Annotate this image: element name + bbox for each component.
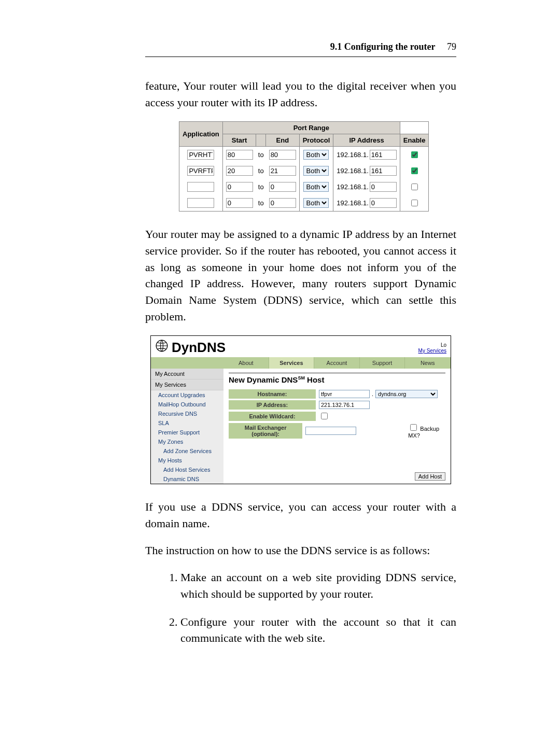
paragraph-1: feature, Your router will lead you to th… (145, 78, 456, 111)
ip-label: IP Address: (229, 400, 316, 410)
tab-about[interactable]: About (223, 357, 269, 369)
sidebar-item[interactable]: Add Host Services (151, 465, 223, 474)
protocol-select[interactable]: Both (303, 182, 329, 192)
port-row: toBoth192.168.1. (179, 163, 429, 179)
sidebar-item[interactable]: Add Zone Services (151, 446, 223, 456)
sidebar-header-account[interactable]: My Account (151, 369, 223, 379)
backup-mx-checkbox[interactable] (410, 424, 417, 431)
header-rule (145, 57, 456, 57)
mx-label: Mail Exchanger (optional): (229, 423, 302, 439)
sidebar-item[interactable]: Account Upgrades (151, 390, 223, 400)
step-item: Make an account on a web site providing … (180, 569, 456, 602)
step-item: Configure your router with the account s… (180, 614, 456, 647)
paragraph-4: The instruction on how to use the DDNS s… (145, 542, 456, 559)
page-number: 79 (447, 41, 456, 52)
end-port-input[interactable] (269, 166, 296, 176)
col-port-range-group: Port Range (222, 121, 400, 134)
sidebar-item[interactable]: My Hosts (151, 456, 223, 465)
domain-select[interactable]: dyndns.org (375, 390, 438, 398)
col-start: Start (222, 134, 256, 146)
mx-input[interactable] (305, 427, 356, 435)
end-port-input[interactable] (269, 198, 296, 208)
dyndns-figure: DynDNS Lo My Services AboutServicesAccou… (150, 335, 451, 484)
dyndns-page-title: New Dynamic DNSSM Host (229, 375, 445, 384)
running-header: 9.1 Configuring the router 79 (145, 41, 456, 52)
protocol-select[interactable]: Both (303, 198, 329, 208)
paragraph-2: Your router may be assigned to a dynamic… (145, 226, 456, 325)
protocol-select[interactable]: Both (303, 150, 329, 160)
end-port-input[interactable] (269, 150, 296, 160)
tab-account[interactable]: Account (314, 357, 360, 369)
tab-news[interactable]: News (405, 357, 451, 369)
col-protocol: Protocol (299, 134, 333, 146)
port-row: toBoth192.168.1. (179, 179, 429, 195)
application-input[interactable] (187, 150, 214, 160)
enable-checkbox[interactable] (411, 167, 418, 174)
col-application: Application (179, 121, 223, 146)
my-services-link[interactable]: My Services (418, 348, 446, 354)
to-label: to (256, 146, 266, 163)
to-label: to (256, 179, 266, 195)
ddns-steps: Make an account on a web site providing … (166, 569, 456, 647)
port-range-figure: Application Port Range Start End Protoco… (179, 121, 423, 212)
application-input[interactable] (187, 182, 214, 192)
sidebar-item[interactable]: MailHop Outbound (151, 400, 223, 409)
start-port-input[interactable] (226, 198, 253, 208)
hostname-input[interactable] (319, 390, 370, 398)
enable-checkbox[interactable] (411, 151, 418, 158)
to-label: to (256, 195, 266, 212)
enable-checkbox[interactable] (411, 200, 418, 206)
ip-prefix: 192.168.1. (337, 199, 368, 207)
start-port-input[interactable] (226, 166, 253, 176)
ip-suffix-input[interactable] (370, 166, 397, 176)
sidebar-item[interactable]: My Zones (151, 437, 223, 446)
ip-suffix-input[interactable] (370, 182, 397, 192)
ip-prefix: 192.168.1. (337, 167, 368, 175)
sidebar-header-services[interactable]: My Services (151, 379, 223, 390)
ip-prefix: 192.168.1. (337, 183, 368, 191)
start-port-input[interactable] (226, 150, 253, 160)
application-input[interactable] (187, 166, 214, 176)
end-port-input[interactable] (269, 182, 296, 192)
globe-icon (155, 339, 169, 356)
to-label: to (256, 163, 266, 179)
enable-checkbox[interactable] (411, 184, 418, 190)
application-input[interactable] (187, 198, 214, 208)
port-row: toBoth192.168.1. (179, 195, 429, 212)
dyndns-top-links: Lo My Services (418, 342, 446, 354)
sidebar-item[interactable]: Dynamic DNS (151, 474, 223, 484)
start-port-input[interactable] (226, 182, 253, 192)
protocol-select[interactable]: Both (303, 166, 329, 176)
wildcard-label: Enable Wildcard: (229, 412, 316, 421)
ip-input[interactable] (319, 401, 370, 409)
wildcard-checkbox[interactable] (321, 413, 328, 419)
col-enable: Enable (400, 134, 429, 146)
hostname-label: Hostname: (229, 389, 316, 399)
ip-prefix: 192.168.1. (337, 151, 368, 159)
add-host-button[interactable]: Add Host (415, 472, 445, 481)
dyndns-logo-text: DynDNS (172, 340, 226, 356)
col-end: End (266, 134, 300, 146)
port-row: toBoth192.168.1. (179, 146, 429, 163)
col-ip: IP Address (333, 134, 400, 146)
section-title: 9.1 Configuring the router (330, 41, 436, 52)
dyndns-logo: DynDNS (155, 339, 226, 356)
ip-suffix-input[interactable] (370, 150, 397, 160)
tab-support[interactable]: Support (360, 357, 405, 369)
ip-suffix-input[interactable] (370, 198, 397, 208)
sidebar-item[interactable]: Premier Support (151, 428, 223, 437)
tab-services[interactable]: Services (269, 357, 315, 369)
sidebar-item[interactable]: SLA (151, 418, 223, 428)
sidebar-item[interactable]: Recursive DNS (151, 409, 223, 418)
paragraph-3: If you use a DDNS service, you can acces… (145, 499, 456, 532)
